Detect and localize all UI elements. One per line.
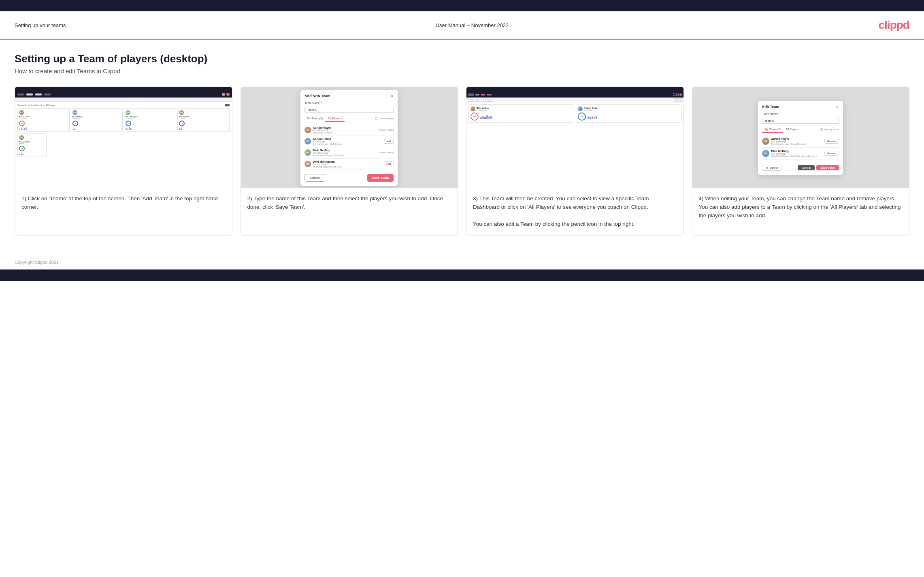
edit-player-1: AP Adrian Player Plus HandicapThe Shire … xyxy=(762,136,839,148)
edit-modal-close-icon[interactable]: ✕ xyxy=(836,105,839,109)
bar xyxy=(486,115,488,119)
logo: clippd xyxy=(879,19,909,32)
bar xyxy=(24,128,25,130)
delete-team-button[interactable]: 🗑 Delete xyxy=(762,165,781,171)
ss1-player-2: BM Blair McHarg Plus Handicap 0 xyxy=(71,108,123,132)
ss1-bars-1 xyxy=(19,127,68,130)
ss3-nav-3 xyxy=(487,94,492,95)
modal-close-icon[interactable]: ✕ xyxy=(390,94,394,98)
bar xyxy=(126,128,127,130)
ss3-nav-2 xyxy=(481,94,485,95)
ss1-player-grid: AP Adrian Collins Plus Handicap 84 xyxy=(17,108,230,132)
edit-footer: 🗑 Delete Cancel Save Team xyxy=(762,165,839,171)
bar xyxy=(590,117,591,119)
remove-player-2-button[interactable]: Remove xyxy=(824,151,839,156)
edit-player-list: AP Adrian Player Plus HandicapThe Shire … xyxy=(762,136,839,160)
footer: Copyright Clippd 2021 xyxy=(0,255,924,269)
bar xyxy=(182,129,183,130)
save-team-button[interactable]: Save Team xyxy=(367,174,394,182)
ss1-score-3: 94 xyxy=(126,121,131,126)
ss1-player-1: AP Adrian Collins Plus Handicap 84 xyxy=(17,108,70,132)
ss3-wrap: Player Details All Players Bla xyxy=(466,87,683,188)
ss1-player-3: DB Dave Billingham 5.5 Handicap 94 xyxy=(124,108,176,132)
card-4-text: 4) When editing your Team, you can chang… xyxy=(692,188,909,235)
ss1-score-2: 0 xyxy=(72,121,78,126)
player-name-4: Dave Billingham xyxy=(313,160,382,163)
bar xyxy=(22,154,23,155)
ss1-avatar-3: DB xyxy=(126,110,130,115)
ss1-club-2: Plus Handicap xyxy=(72,118,121,119)
edit-tab-all-players[interactable]: All Players xyxy=(783,127,801,133)
nav-logo xyxy=(17,93,24,95)
filter-checkbox[interactable] xyxy=(375,117,377,120)
edit-tab-my-team[interactable]: My Team (2) xyxy=(762,127,783,133)
bar xyxy=(130,128,132,130)
ss3-avatar-2 xyxy=(578,106,583,111)
save-team-edit-button[interactable]: Save Team xyxy=(816,165,839,170)
edit-cancel-button[interactable]: Cancel xyxy=(798,165,815,170)
card-1: Viewing 5 out of 4 players from All Play… xyxy=(15,87,232,235)
player-avatar-4: DB xyxy=(304,161,311,167)
player-info-2: Adrian Coliba 1 HandicapCentral London G… xyxy=(313,138,382,145)
edit-name-1: Adrian Player xyxy=(771,138,823,140)
bar xyxy=(490,116,492,119)
ss3-view-1[interactable] xyxy=(675,98,678,102)
edit-filter-checkbox[interactable] xyxy=(820,128,823,131)
page-subtitle: How to create and edit Teams in Clippd xyxy=(15,68,909,74)
ss1-player-5: RB Richard Butler Handicap 72 xyxy=(17,134,70,157)
bar xyxy=(74,128,75,130)
face-4: DB xyxy=(304,161,311,167)
edit-team-name-input[interactable] xyxy=(762,118,839,124)
ss3-icon-1 xyxy=(673,93,675,96)
card-3: Player Details All Players Bla xyxy=(466,87,684,235)
filter-chip-1[interactable]: Player Details xyxy=(468,98,481,102)
team-name-input[interactable] xyxy=(304,107,394,113)
card-3-text: 3) This Team will then be created. You c… xyxy=(466,188,683,235)
ss1-club-3: 5.5 Handicap xyxy=(126,118,175,119)
edit-face-1: AP xyxy=(762,138,769,145)
ss3-card-2: Richard Butler 1 Handicap 72 xyxy=(576,104,681,123)
bar xyxy=(26,127,27,130)
top-bar xyxy=(0,0,924,11)
bar xyxy=(21,128,22,130)
ss3-nav-1 xyxy=(475,94,479,95)
player-name-1: Adrian Player xyxy=(313,126,377,129)
ss1-avatar-5: RB xyxy=(19,135,24,140)
ss3-score-row-2: 72 xyxy=(578,112,679,121)
edit-modal-tabs: My Team (2) All Players Filter by name xyxy=(762,127,839,133)
remove-player-1-button[interactable]: Remove xyxy=(824,139,839,144)
ss1-btn-add[interactable] xyxy=(225,104,230,106)
player-status-3: Player Added xyxy=(379,151,394,154)
ss3-name-2: Richard Butler xyxy=(584,107,598,109)
edit-info-1: Adrian Player Plus HandicapThe Shire Lon… xyxy=(771,138,823,145)
delete-label: Delete xyxy=(770,166,778,169)
nav-icon-2 xyxy=(226,93,230,96)
player-info-4: Dave Billingham 5.5 HandicapThe Dog Magi… xyxy=(313,160,382,168)
ss1-content: Viewing 5 out of 4 players from All Play… xyxy=(15,102,232,159)
modal-footer: Cancel Save Team xyxy=(304,174,394,182)
ss1-nav xyxy=(15,91,232,98)
cancel-button[interactable]: Cancel xyxy=(304,174,325,182)
filter-chip-2[interactable]: All Players xyxy=(483,98,494,102)
filter-by-name: Filter by name xyxy=(375,116,394,122)
tab-all-players[interactable]: All Players xyxy=(325,116,345,122)
player-item-4: DB Dave Billingham 5.5 HandicapThe Dog M… xyxy=(304,159,394,170)
ss3-score-row-1: 94 xyxy=(471,112,572,121)
edit-modal-title: Edit Team xyxy=(762,105,779,109)
add-player-4-button[interactable]: Add xyxy=(384,161,394,166)
player-avatar-1: AP xyxy=(304,127,311,133)
card-4: Edit Team ✕ Team Name * My Team (2) All … xyxy=(692,87,910,235)
player-status-1: Player Added xyxy=(379,129,394,131)
nav-home xyxy=(26,93,33,95)
tab-my-team[interactable]: My Team (2) xyxy=(304,116,325,122)
ss3-player-grid: Blair McHarg Plus Handicap 94 xyxy=(466,102,683,125)
ss3-view-2[interactable] xyxy=(679,98,682,102)
ss1-avatar-4: RB xyxy=(179,110,184,115)
edit-club-2: Plus HandicapRoyal North Devon Golf Club… xyxy=(771,153,823,157)
bar xyxy=(588,117,589,119)
edit-club-1: Plus HandicapThe Shire London, United Ki… xyxy=(771,140,823,145)
add-player-2-button[interactable]: Add xyxy=(384,139,394,144)
card-2-text: 2) Type the name of this Team and then s… xyxy=(241,188,458,235)
ss3-player-top-2: Richard Butler 1 Handicap xyxy=(578,106,679,111)
player-item-3: BM Blair McHarg Plus HandicapRoyal North… xyxy=(304,147,394,159)
